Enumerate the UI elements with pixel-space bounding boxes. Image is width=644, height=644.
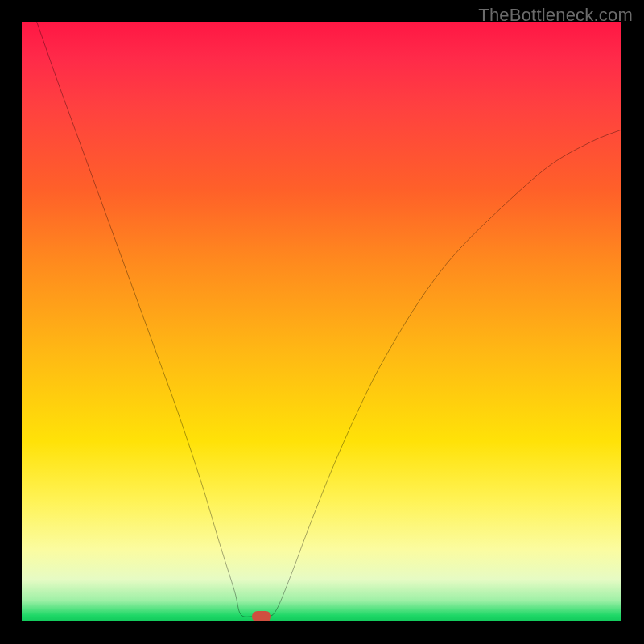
optimal-point-marker bbox=[252, 611, 271, 621]
bottleneck-curve bbox=[22, 22, 621, 621]
curve-path bbox=[37, 22, 621, 617]
chart-frame: TheBottleneck.com bbox=[0, 0, 644, 644]
watermark-text: TheBottleneck.com bbox=[478, 5, 633, 26]
plot-area bbox=[22, 22, 621, 621]
